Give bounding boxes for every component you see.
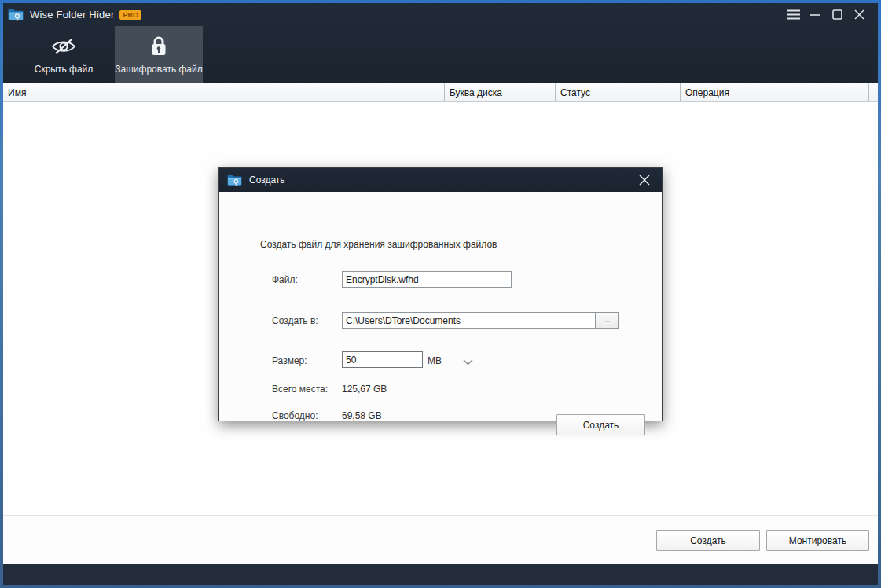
free-space-value: 69,58 GB bbox=[342, 410, 382, 421]
column-header-extra bbox=[868, 83, 878, 101]
table-header: Имя Буква диска Статус Операция bbox=[3, 83, 878, 102]
window-content: Wise Folder Hider PRO bbox=[3, 3, 878, 585]
app-logo-folder-key-icon bbox=[7, 7, 24, 22]
column-header-letter[interactable]: Буква диска bbox=[444, 83, 555, 101]
window-title: Wise Folder Hider bbox=[30, 9, 114, 20]
maximize-button[interactable] bbox=[826, 6, 848, 24]
dialog-folder-key-icon bbox=[226, 173, 243, 187]
toolbar-item-label: Скрыть файл bbox=[35, 64, 94, 75]
browse-button[interactable]: ... bbox=[595, 312, 619, 329]
lock-icon bbox=[149, 35, 169, 58]
titlebar: Wise Folder Hider PRO bbox=[3, 3, 878, 26]
size-label: Размер: bbox=[272, 355, 307, 366]
location-input[interactable] bbox=[342, 312, 596, 329]
mount-button[interactable]: Монтировать bbox=[766, 530, 869, 551]
dialog-close-icon[interactable] bbox=[637, 172, 652, 188]
dialog-description: Создать файл для хранения зашифрованных … bbox=[260, 239, 497, 250]
column-header-operation[interactable]: Операция bbox=[680, 83, 868, 101]
toolbar-item-encrypt-file[interactable]: Зашифровать файл bbox=[115, 26, 203, 83]
total-space-label: Всего места: bbox=[272, 384, 328, 395]
dialog-title: Создать bbox=[249, 175, 285, 186]
app-window: Wise Folder Hider PRO bbox=[0, 0, 881, 588]
eye-off-icon bbox=[50, 35, 77, 58]
file-label: Файл: bbox=[272, 274, 298, 285]
dialog-titlebar: Создать bbox=[219, 168, 662, 192]
create-button[interactable]: Создать bbox=[656, 530, 760, 551]
column-header-status[interactable]: Статус bbox=[555, 83, 680, 101]
location-label: Создать в: bbox=[272, 315, 318, 326]
dialog-create-button[interactable]: Создать bbox=[556, 414, 645, 435]
bottom-bar: Создать Монтировать bbox=[3, 515, 878, 564]
dialog-body: Создать файл для хранения зашифрованных … bbox=[219, 192, 662, 422]
create-dialog: Создать Создать файл для хранения зашифр… bbox=[218, 167, 663, 421]
close-button[interactable] bbox=[848, 6, 870, 24]
total-space-value: 125,67 GB bbox=[342, 384, 387, 395]
minimize-button[interactable] bbox=[804, 6, 826, 24]
top-block: Wise Folder Hider PRO bbox=[3, 3, 878, 83]
chevron-down-icon[interactable] bbox=[463, 357, 473, 368]
menu-icon[interactable] bbox=[782, 6, 804, 24]
toolbar: Скрыть файл Зашифровать файл bbox=[3, 26, 878, 83]
size-unit-select[interactable]: MB bbox=[428, 355, 442, 366]
toolbar-item-hide-file[interactable]: Скрыть файл bbox=[19, 26, 108, 83]
column-header-name[interactable]: Имя bbox=[3, 83, 444, 101]
pro-badge: PRO bbox=[119, 10, 141, 20]
size-input[interactable] bbox=[342, 351, 423, 368]
toolbar-item-label: Зашифровать файл bbox=[115, 64, 202, 75]
free-space-label: Свободно: bbox=[272, 410, 318, 421]
footer-strip bbox=[3, 564, 878, 585]
file-name-input[interactable] bbox=[342, 271, 512, 288]
